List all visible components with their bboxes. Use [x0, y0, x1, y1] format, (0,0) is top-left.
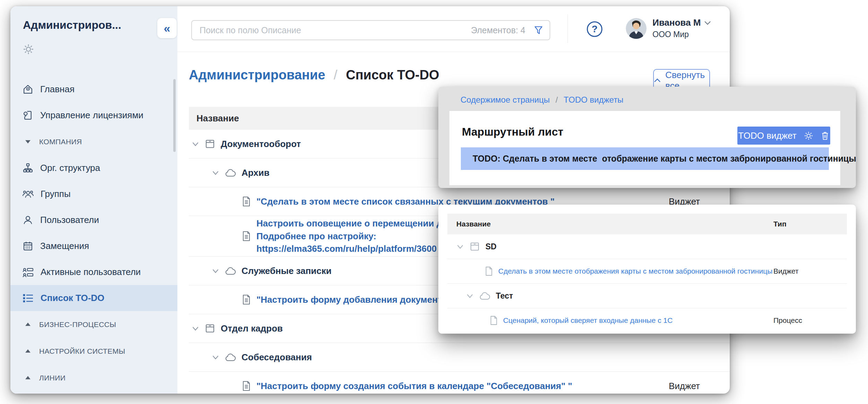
- license-icon: [22, 110, 34, 121]
- sidebar-item-label: Активные пользователи: [41, 267, 141, 277]
- sidebar-item-label: Замещения: [40, 241, 89, 251]
- cloud-icon: [479, 291, 491, 301]
- chevron-down-icon[interactable]: [192, 141, 199, 147]
- page-title: Список TO-DO: [346, 68, 439, 82]
- sidebar-item[interactable]: Активные пользователи: [10, 259, 177, 285]
- subtable-item-type: Виджет: [773, 267, 847, 275]
- todo-highlight-block: TODO: Сделать в этом месте отображение к…: [461, 147, 829, 170]
- sidebar-item-label: Орг. структура: [40, 163, 100, 173]
- org-icon: [22, 162, 34, 174]
- topbar: Элементов: 4 ?: [177, 6, 730, 52]
- active-users-icon: [22, 267, 34, 278]
- document-icon: [242, 231, 251, 242]
- groups-icon: [22, 189, 34, 200]
- chevron-down-icon[interactable]: [192, 326, 199, 331]
- table-row[interactable]: "Настроить форму создания события в кале…: [189, 372, 730, 394]
- svg-text:?: ?: [591, 24, 597, 34]
- widget-breadcrumb-current-link[interactable]: TODO виджеты: [564, 95, 624, 104]
- avatar: [626, 18, 647, 39]
- breadcrumb: Администрирование / Список TO-DO: [189, 68, 439, 83]
- subtable-row[interactable]: SD: [447, 234, 847, 259]
- filter-funnel-icon[interactable]: [533, 25, 544, 36]
- chevron-down-icon[interactable]: [212, 268, 219, 274]
- sidebar-item-label: Главная: [40, 84, 74, 95]
- todo-item-link[interactable]: "Настроить форму создания события в кале…: [256, 380, 572, 393]
- triangle-down-icon: [25, 139, 31, 144]
- document-icon: [490, 316, 498, 325]
- user-menu[interactable]: Иванова М ООО Мир: [626, 17, 711, 39]
- subtable-item-link[interactable]: Сделать в этом месте отображения карты с…: [498, 267, 772, 275]
- todo-subtable-panel: Название Тип SDСделать в этом месте отоб…: [438, 205, 856, 334]
- sidebar-item-label: Управление лицензиями: [40, 110, 143, 121]
- sidebar-section[interactable]: ЛИНИИ: [10, 364, 177, 391]
- chevron-down-icon[interactable]: [466, 293, 474, 299]
- app-window: Администриров... « ГлавнаяУправление лиц…: [10, 6, 730, 394]
- main-area: Элементов: 4 ?: [177, 6, 730, 394]
- sidebar-item[interactable]: Управление лицензиями: [10, 102, 177, 128]
- user-name: Иванова М: [652, 17, 701, 28]
- widget-settings-gear-icon[interactable]: [804, 131, 814, 141]
- folder-label: Документооборот: [221, 139, 301, 149]
- sidebar-settings-gear-icon[interactable]: [22, 43, 35, 55]
- sidebar-section[interactable]: КОМПАНИЯ: [10, 128, 177, 155]
- subtable-folder-label: SD: [485, 242, 497, 251]
- chevron-down-icon[interactable]: [212, 355, 219, 360]
- item-type: Виджет: [669, 381, 730, 392]
- chevron-down-icon[interactable]: [212, 170, 219, 175]
- archive-box-icon: [204, 138, 216, 149]
- subtable-row[interactable]: Тест: [447, 284, 847, 308]
- sidebar-item[interactable]: Замещения: [10, 233, 177, 259]
- table-row[interactable]: Собеседования: [189, 343, 730, 372]
- sidebar-item[interactable]: Орг. структура: [10, 155, 177, 181]
- breadcrumb-separator: /: [329, 68, 342, 82]
- folder-label: Собеседования: [242, 352, 312, 363]
- sidebar-section-label: ЛИНИИ: [39, 374, 65, 382]
- folder-label: Служебные записки: [242, 266, 332, 276]
- sidebar-item-label: Список TO-DO: [41, 293, 104, 303]
- archive-box-icon: [204, 323, 216, 334]
- sidebar-section-label: КОМПАНИЯ: [39, 138, 82, 146]
- document-icon: [242, 380, 251, 392]
- subtable-folder-label: Тест: [496, 291, 513, 301]
- document-icon: [485, 266, 493, 276]
- user-icon: [22, 214, 34, 226]
- search-box: Элементов: 4: [191, 20, 550, 40]
- sidebar-item[interactable]: Группы: [10, 181, 177, 207]
- double-chevron-left-icon: «: [164, 22, 170, 35]
- widget-breadcrumb-separator: /: [552, 95, 561, 104]
- sidebar-item[interactable]: Список TO-DO: [10, 285, 177, 311]
- chevron-down-icon[interactable]: [456, 244, 464, 249]
- folder-label: Архив: [242, 167, 270, 178]
- triangle-up-icon: [25, 349, 31, 353]
- help-button[interactable]: ?: [586, 20, 604, 38]
- subtable-item-link[interactable]: Сценарий, который сверяет входные данные…: [503, 316, 673, 325]
- archive-box-icon: [469, 241, 480, 252]
- triangle-up-icon: [25, 322, 31, 327]
- breadcrumb-parent-link[interactable]: Администрирование: [189, 68, 325, 82]
- todo-item-link[interactable]: "Настроить форму добавления документа: [256, 293, 447, 306]
- subtable-row[interactable]: Сделать в этом месте отображения карты с…: [447, 259, 847, 284]
- sidebar-section[interactable]: НАСТРОЙКИ СИСТЕМЫ: [10, 338, 177, 364]
- screen: Администриров... « ГлавнаяУправление лиц…: [0, 0, 868, 404]
- sidebar-item[interactable]: Пользователи: [10, 207, 177, 233]
- search-input[interactable]: [199, 25, 471, 36]
- todo-text: TODO: Сделать в этом месте отображение к…: [473, 154, 856, 164]
- folder-label: Отдел кадров: [221, 323, 283, 334]
- widget-breadcrumb-parent-link[interactable]: Содержимое страницы: [461, 95, 550, 104]
- todo-widget-panel: Содержимое страницы / TODO виджеты Маршр…: [438, 87, 856, 188]
- sidebar-item[interactable]: Главная: [10, 76, 177, 102]
- sidebar-collapse-button[interactable]: «: [157, 18, 177, 38]
- document-icon: [242, 196, 251, 207]
- widget-delete-trash-icon[interactable]: [821, 131, 830, 140]
- home-icon: [22, 84, 34, 95]
- subtable-row[interactable]: Сценарий, который сверяет входные данные…: [447, 308, 847, 333]
- sidebar-section[interactable]: БИЗНЕС-ПРОЦЕССЫ: [10, 311, 177, 338]
- subtable-header: Название Тип: [447, 214, 847, 234]
- todo-widget-button[interactable]: TODO виджет: [737, 127, 830, 145]
- subtable-name-header: Название: [456, 220, 773, 228]
- subtable-body: SDСделать в этом месте отображения карты…: [438, 234, 856, 333]
- cloud-icon: [225, 352, 236, 362]
- widget-breadcrumb: Содержимое страницы / TODO виджеты: [461, 95, 623, 105]
- topbar-separator: [568, 15, 568, 43]
- sidebar-scrollbar[interactable]: [173, 79, 176, 152]
